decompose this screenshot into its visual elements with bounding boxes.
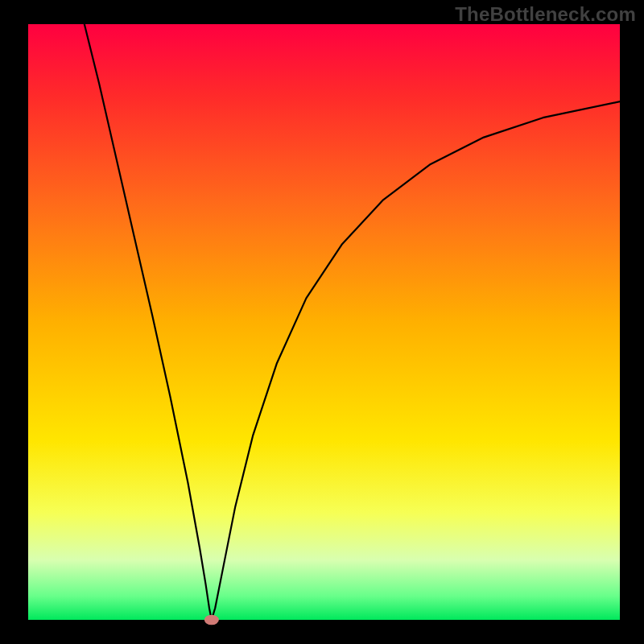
minimum-marker xyxy=(204,615,219,625)
watermark-text: TheBottleneck.com xyxy=(455,3,636,26)
plot-background xyxy=(28,24,620,620)
bottleneck-chart xyxy=(0,0,644,644)
chart-frame: TheBottleneck.com xyxy=(0,0,644,644)
